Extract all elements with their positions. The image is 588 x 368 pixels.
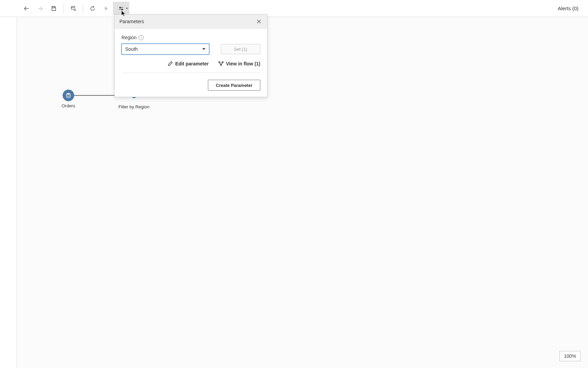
view-in-flow-link[interactable]: View in flow (1) (218, 61, 260, 66)
svg-point-2 (71, 6, 75, 7)
dropdown-value: South (125, 46, 138, 52)
run-button[interactable] (99, 2, 113, 15)
edit-parameter-link[interactable]: Edit parameter (167, 61, 209, 66)
save-icon (51, 5, 57, 12)
flow-connector (74, 95, 118, 96)
database-icon (63, 90, 74, 101)
parameter-label-row: Region i (121, 35, 260, 40)
pencil-icon (167, 61, 173, 66)
flow-node-label: Orders (62, 103, 75, 108)
info-icon[interactable]: i (138, 35, 144, 40)
parameters-button[interactable] (113, 2, 129, 15)
chevron-down-icon (202, 48, 206, 50)
set-button[interactable]: Set (1) (221, 44, 260, 54)
flow-node-label: Filter by Region (118, 104, 149, 109)
svg-point-9 (121, 9, 123, 10)
parameter-name: Region (121, 35, 136, 40)
close-button[interactable] (256, 18, 262, 25)
chevron-down-icon (126, 8, 128, 9)
save-button[interactable] (47, 2, 61, 15)
left-sidebar (0, 0, 17, 368)
create-parameter-button[interactable]: Create Parameter (208, 80, 260, 91)
svg-point-7 (120, 7, 121, 8)
toolbar: Alerts (0) (0, 0, 588, 17)
zoom-indicator[interactable]: 100% (559, 351, 581, 361)
sliders-icon (118, 5, 124, 12)
data-refresh-button[interactable] (66, 2, 80, 15)
toolbar-divider (63, 4, 64, 13)
panel-header: Parameters (115, 15, 267, 29)
forward-button[interactable] (33, 2, 47, 15)
close-icon (257, 19, 261, 24)
refresh-icon (89, 5, 96, 12)
data-refresh-icon (70, 5, 76, 12)
flow-node-orders[interactable]: Orders (62, 90, 75, 108)
refresh-button[interactable] (86, 2, 99, 15)
alerts-link[interactable]: Alerts (0) (558, 5, 588, 11)
arrow-right-icon (37, 5, 43, 12)
parameter-value-dropdown[interactable]: South (121, 44, 209, 55)
svg-point-10 (66, 93, 70, 95)
arrow-left-icon (23, 5, 30, 12)
svg-marker-5 (105, 6, 108, 10)
play-icon (103, 5, 109, 12)
parameter-item: Region i South Set (1) Edit parameter (121, 35, 260, 73)
toolbar-divider (83, 4, 83, 13)
flow-canvas[interactable]: Orders Filter by Region 100% (17, 17, 588, 368)
parameters-panel: Parameters Region i South Set (1) (114, 14, 267, 97)
back-button[interactable] (20, 2, 33, 15)
panel-title: Parameters (119, 19, 144, 24)
flow-icon (218, 61, 224, 66)
